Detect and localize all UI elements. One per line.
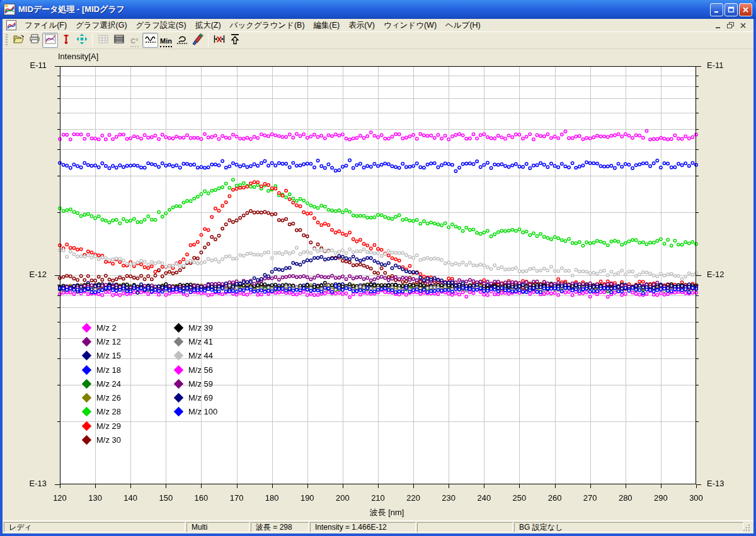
menu-item-0[interactable]: ファイル(F) <box>20 19 71 32</box>
plot-canvas[interactable] <box>3 49 753 520</box>
mdi-restore-button[interactable] <box>725 21 736 30</box>
y-tick-label-right: E-13 <box>707 479 745 488</box>
legend-item: M/z 26 <box>83 391 121 404</box>
x-tick-label: 230 <box>435 493 462 503</box>
mdi-close-button[interactable] <box>738 21 748 30</box>
rows-icon <box>113 33 125 48</box>
menu-item-8[interactable]: ヘルプ(H) <box>441 19 485 32</box>
menu-item-2[interactable]: グラフ設定(S) <box>132 19 191 32</box>
legend-item: M/z 44 <box>175 349 217 363</box>
menu-item-3[interactable]: 拡大(Z) <box>191 19 226 32</box>
clear-markers-button[interactable]: X <box>211 33 227 48</box>
legend-column: M/z 39M/z 41M/z 44M/z 56M/z 59M/z 69M/z … <box>175 321 217 419</box>
auto-scale-button[interactable] <box>142 33 158 48</box>
legend-diamond-icon <box>174 365 184 375</box>
x-tick-label: 290 <box>647 493 675 503</box>
up-arrow-icon <box>229 33 241 48</box>
x-tick-label: 270 <box>576 493 604 503</box>
min-scale-button[interactable]: Min <box>158 33 174 48</box>
background-button[interactable] <box>190 33 205 48</box>
legend-diamond-icon <box>82 379 92 389</box>
titlebar: MIDデータ処理 - [MIDグラフ <box>0 0 756 19</box>
svg-text:X: X <box>216 35 222 44</box>
legend-item: M/z 28 <box>83 405 121 419</box>
marker-button[interactable] <box>58 33 74 48</box>
legend-diamond-icon <box>174 379 184 389</box>
legend-label: M/z 39 <box>188 323 213 333</box>
app-window: MIDデータ処理 - [MIDグラフ ファイル(F)グラフ選択(G)グラフ設定(… <box>0 0 756 536</box>
y-tick-label-right: E-12 <box>707 270 745 279</box>
legend-label: M/z 24 <box>96 379 121 389</box>
expand-icon <box>76 33 88 48</box>
mdi-child-icon[interactable] <box>6 20 16 30</box>
legend-diamond-icon <box>82 393 92 403</box>
status-ready: レディ <box>4 522 185 532</box>
toolbar-separator <box>92 34 93 47</box>
legend-item: M/z 69 <box>175 391 217 404</box>
legend-label: M/z 44 <box>188 351 213 360</box>
grid-icon <box>97 33 110 48</box>
rescale-button[interactable] <box>174 33 190 48</box>
resize-grip[interactable] <box>744 524 752 532</box>
minimize-button[interactable] <box>710 3 723 16</box>
wave-icon <box>144 33 157 48</box>
mdi-minimize-button[interactable] <box>713 21 723 30</box>
maximize-button[interactable] <box>724 3 738 16</box>
menu-item-7[interactable]: ウィンドウ(W) <box>379 19 441 32</box>
window-title: MIDデータ処理 - [MIDグラフ <box>18 4 710 15</box>
legend-label: M/z 15 <box>96 351 121 360</box>
legend-label: M/z 18 <box>96 365 121 375</box>
x-tick-label: 300 <box>682 493 710 503</box>
y-tick-label-left: E-13 <box>13 479 47 488</box>
menu-item-6[interactable]: 表示(V) <box>344 19 379 32</box>
legend-item: M/z 39 <box>175 321 217 334</box>
legend-diamond-icon <box>174 351 184 361</box>
toolbar-grip[interactable] <box>6 34 8 47</box>
data-list-button[interactable] <box>111 33 127 48</box>
legend-item: M/z 41 <box>175 334 217 348</box>
legend-diamond-icon <box>82 421 92 431</box>
legend-diamond-icon <box>82 407 92 417</box>
y-tick-label-left: E-11 <box>13 60 47 70</box>
open-file-button[interactable] <box>11 33 26 48</box>
chart-area: Intensity[A] 波長 [nm] E-11E-11E-12E-12E-1… <box>3 49 753 520</box>
legend-label: M/z 69 <box>188 393 213 402</box>
x-axis-title: 波長 [nm] <box>69 507 705 518</box>
legend-item: M/z 2 <box>83 321 121 334</box>
y-axis-title: Intensity[A] <box>58 52 98 61</box>
x-tick-label: 240 <box>470 493 498 503</box>
status-bg: BG 設定なし <box>514 522 743 532</box>
celsius-button: C° <box>127 33 142 48</box>
print-button[interactable] <box>26 33 42 48</box>
clear-x-icon: X <box>213 33 226 48</box>
legend-diamond-icon <box>82 337 92 347</box>
x-tick-label: 140 <box>117 493 144 503</box>
close-button[interactable] <box>739 3 752 16</box>
status-intensity: Intensity = 1.466E-12 <box>310 522 416 532</box>
menu-item-1[interactable]: グラフ選択(G) <box>71 19 131 32</box>
legend-diamond-icon <box>82 365 92 375</box>
x-tick-label: 250 <box>505 493 533 503</box>
x-tick-label: 170 <box>223 493 251 503</box>
mdi-controls <box>713 21 751 30</box>
zoom-reset-button[interactable] <box>74 33 89 48</box>
x-tick-label: 280 <box>612 493 639 503</box>
legend-item: M/z 24 <box>83 377 121 391</box>
legend-label: M/z 26 <box>96 393 121 402</box>
menu-item-4[interactable]: バックグラウンド(B) <box>226 19 309 32</box>
legend-item: M/z 100 <box>175 405 217 419</box>
export-button[interactable] <box>227 33 243 48</box>
printer-icon <box>28 33 41 48</box>
x-tick-label: 210 <box>364 493 392 503</box>
legend-label: M/z 30 <box>96 435 121 445</box>
celsius-icon: C° <box>130 35 138 46</box>
menubar: ファイル(F)グラフ選択(G)グラフ設定(S)拡大(Z)バックグラウンド(B)編… <box>3 19 753 31</box>
legend-label: M/z 59 <box>188 379 213 389</box>
legend-diamond-icon <box>174 322 184 333</box>
legend-diamond-icon <box>82 322 92 333</box>
menu-item-5[interactable]: 編集(E) <box>309 19 345 32</box>
graph-view-button[interactable] <box>42 33 58 48</box>
x-tick-label: 120 <box>46 493 74 503</box>
grid-toggle-button <box>95 33 111 48</box>
folder-open-icon <box>13 33 25 48</box>
